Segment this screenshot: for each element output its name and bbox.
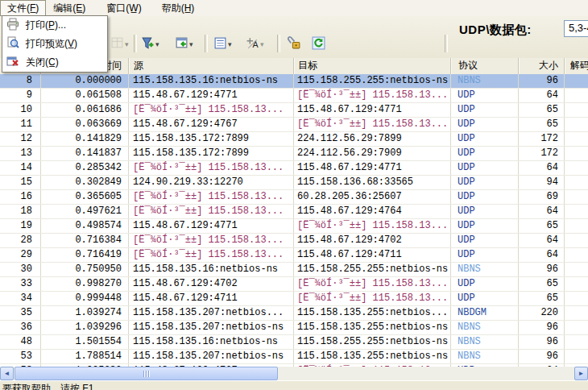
menu-file[interactable]: 文件(F̲): [0, 0, 46, 16]
filter-button[interactable]: ▾: [139, 34, 162, 55]
file-menu-dropdown: 打印(P̲)... 打印预览(V̲) 关闭(C̲): [2, 15, 108, 73]
cell-source: [Ë¯¾öÍ·³¯±±] 115.158.13...: [129, 161, 294, 175]
menu-item-print[interactable]: 打印(P̲)...: [2, 16, 107, 35]
detail-list-button[interactable]: ▾: [211, 34, 234, 55]
cell-number: 13: [0, 147, 41, 160]
cell-size: 96: [519, 263, 565, 276]
cell-number: 34: [0, 292, 41, 305]
menu-bar: 文件(F̲) 编辑(E̲) 窗口(W̲) 帮助(H̲): [0, 0, 588, 17]
table-row[interactable]: 12 0.141829 115.158.135.172:7899 224.112…: [0, 132, 588, 147]
cell-source: [Ë¯¾öÍ·³¯±±] 115.158.13...: [129, 190, 294, 204]
menu-item-close[interactable]: 关闭(C̲): [2, 53, 107, 72]
cell-dest: 60.28.205.36:25607: [294, 190, 451, 204]
cell-size: 94: [519, 176, 565, 189]
header-protocol[interactable]: 协议: [451, 58, 519, 74]
header-source[interactable]: 源: [129, 58, 294, 74]
table-row[interactable]: 16 0.365605 [Ë¯¾öÍ·³¯±±] 115.158.13... 6…: [0, 190, 588, 205]
cell-time: 0.998270: [41, 277, 129, 291]
cell-time: 0.750950: [41, 263, 129, 276]
cell-size: 64: [519, 205, 565, 218]
cell-number: 28: [0, 234, 41, 247]
cell-source: 115.48.67.129:4767: [129, 118, 294, 131]
cell-time: 0.061508: [41, 89, 129, 102]
table-row[interactable]: 28 0.716384 [Ë¯¾öÍ·³¯±±] 115.158.13... 1…: [0, 234, 588, 248]
cell-dest: 115.158.135.255:netbios...: [294, 306, 451, 320]
menu-item-print-preview[interactable]: 打印预览(V̲): [2, 35, 107, 53]
table-row[interactable]: 8 0.000000 115.158.135.16:netbios-ns 115…: [0, 74, 588, 89]
table-row[interactable]: 15 0.302849 124.90.219.33:12270 115.158.…: [0, 176, 588, 190]
cell-dest: 115.48.67.129:4711: [294, 248, 451, 262]
cell-number: 10: [0, 103, 41, 117]
cell-time: 0.999448: [41, 292, 129, 305]
table-row[interactable]: 36 1.039296 115.158.135.207:netbios-ns 1…: [0, 321, 588, 335]
table-row[interactable]: 9 0.061508 115.48.67.129:4771 [Ë¯¾öÍ·³¯±…: [0, 89, 588, 103]
cell-decode: [565, 219, 588, 233]
table-row[interactable]: 35 1.039274 115.158.135.207:netbios... 1…: [0, 306, 588, 321]
cell-number: 9: [0, 89, 41, 102]
table-row[interactable]: 29 0.716419 [Ë¯¾öÍ·³¯±±] 115.158.13... 1…: [0, 248, 588, 263]
menu-edit[interactable]: 编辑(E̲): [46, 0, 93, 16]
table-row[interactable]: 10 0.061686 [Ë¯¾öÍ·³¯±±] 115.158.13... 1…: [0, 103, 588, 118]
scroll-left-button[interactable]: ◄: [0, 367, 14, 380]
table-row[interactable]: 18 0.497621 [Ë¯¾öÍ·³¯±±] 115.158.13... 1…: [0, 205, 588, 219]
table-row[interactable]: 11 0.063669 115.48.67.129:4767 [Ë¯¾öÍ·³¯…: [0, 118, 588, 132]
cell-size: 65: [519, 292, 565, 305]
cell-dest: 115.48.67.129:4764: [294, 205, 451, 218]
table-row[interactable]: 53 1.788514 115.158.135.207:netbios-ns 1…: [0, 350, 588, 364]
menu-help[interactable]: 帮助(H̲): [155, 0, 202, 16]
cell-size: 96: [519, 335, 565, 349]
cell-decode: [565, 306, 588, 320]
cell-number: 53: [0, 350, 41, 363]
cell-protocol: UDP: [451, 277, 519, 291]
cell-time: 1.501554: [41, 335, 129, 349]
table-row[interactable]: 13 0.141837 115.158.135.172:7899 224.112…: [0, 147, 588, 161]
cell-protocol: UDP: [451, 161, 519, 175]
cell-number: 36: [0, 321, 41, 334]
cell-decode: [565, 118, 588, 131]
refresh-button[interactable]: [309, 34, 328, 55]
cell-size: 172: [519, 132, 565, 146]
cell-source: 115.158.135.16:netbios-ns: [129, 263, 294, 276]
cell-protocol: UDP: [451, 147, 519, 160]
header-dest[interactable]: 目标: [294, 58, 451, 74]
cell-number: 48: [0, 335, 41, 349]
table-row[interactable]: 33 0.998270 115.48.67.129:4702 [Ë¯¾öÍ·³¯…: [0, 277, 588, 292]
packet-filter-input[interactable]: 5,3-4: [564, 20, 588, 37]
table-row[interactable]: 34 0.999448 115.48.67.129:4711 [Ë¯¾öÍ·³¯…: [0, 292, 588, 306]
cell-source: 115.48.67.129:4711: [129, 292, 294, 305]
table-row[interactable]: 48 1.501554 115.158.135.16:netbios-ns 11…: [0, 335, 588, 350]
cell-source: 115.158.135.16:netbios-ns: [129, 335, 294, 349]
import-window-button[interactable]: ▾: [172, 34, 196, 55]
cell-number: 16: [0, 190, 41, 204]
cell-decode: [565, 205, 588, 218]
cell-source: 115.158.135.207:netbios-ns: [129, 321, 294, 334]
close-icon: [6, 55, 19, 70]
header-size[interactable]: 大小: [519, 58, 565, 74]
lock-icon: [288, 36, 301, 52]
table-row[interactable]: 30 0.750950 115.158.135.16:netbios-ns 11…: [0, 263, 588, 277]
cell-decode: [565, 350, 588, 363]
cell-size: 172: [519, 147, 565, 160]
cell-protocol: UDP: [451, 132, 519, 146]
cell-size: 96: [519, 321, 565, 334]
scrollbar-thumb[interactable]: [14, 367, 278, 380]
grid-disabled-icon: [110, 36, 124, 52]
cell-decode: [565, 190, 588, 204]
cell-source: 115.158.135.207:netbios...: [129, 306, 294, 320]
cell-protocol: UDP: [451, 234, 519, 247]
cell-number: 15: [0, 176, 41, 189]
table-row[interactable]: 19 0.498574 115.48.67.129:4771 [Ë¯¾öÍ·³¯…: [0, 219, 588, 234]
cell-protocol: NBNS: [451, 335, 519, 349]
scroll-right-button[interactable]: ►: [574, 367, 588, 380]
lock-button[interactable]: [285, 34, 304, 55]
header-decode[interactable]: 解码: [565, 58, 588, 74]
toolbar-separator: [205, 35, 208, 52]
cell-protocol: NBNS: [451, 321, 519, 334]
font-target-button[interactable]: A ▾: [243, 34, 267, 55]
cell-protocol: UDP: [451, 205, 519, 218]
table-row[interactable]: 14 0.285342 [Ë¯¾öÍ·³¯±±] 115.158.13... 1…: [0, 161, 588, 176]
menu-window[interactable]: 窗口(W̲): [99, 0, 148, 16]
cell-size: 64: [519, 161, 565, 175]
cell-number: 19: [0, 219, 41, 233]
cell-number: 18: [0, 205, 41, 218]
